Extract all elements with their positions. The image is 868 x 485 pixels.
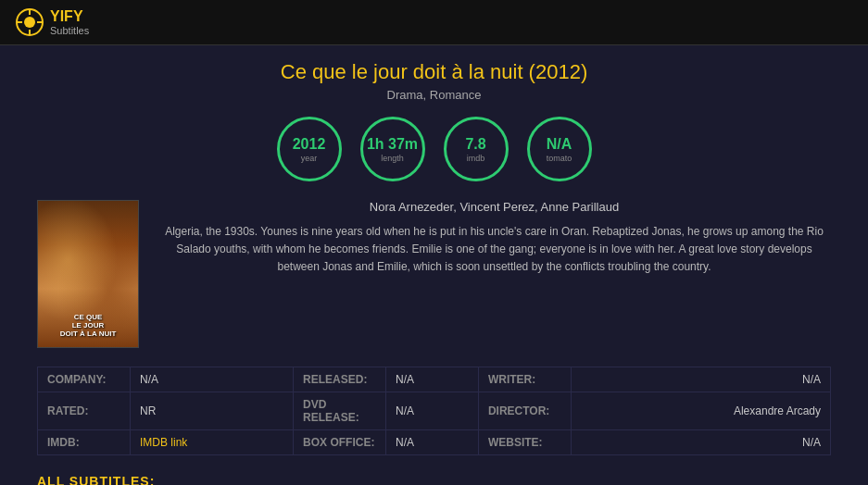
stat-imdb-value: 7.8 [465, 135, 485, 153]
movie-title: Ce que le jour doit à la nuit (2012) [37, 60, 831, 84]
stat-year-label: year [301, 154, 318, 163]
subtitles-header: ALL SUBTITLES: [37, 474, 831, 485]
stat-length-value: 1h 37m [367, 135, 418, 153]
rated-label: RATED: [38, 392, 131, 430]
stat-year-value: 2012 [293, 135, 326, 153]
main-content: Ce que le jour doit à la nuit (2012) Dra… [0, 45, 868, 485]
website-label: WEBSITE: [478, 430, 571, 455]
svg-point-1 [24, 17, 35, 28]
movie-cast: Nora Arnezeder, Vincent Perez, Anne Pari… [157, 200, 831, 214]
stat-tomato: N/A Tomato [527, 117, 592, 181]
company-value: N/A [131, 367, 294, 392]
writer-label: WRITER: [478, 367, 571, 392]
boxoffice-value: N/A [386, 430, 479, 455]
site-logo[interactable]: YIFY Subtitles [15, 7, 89, 37]
stat-tomato-label: Tomato [547, 154, 572, 163]
stats-row: 2012 year 1h 37m length 7.8 IMDB N/A Tom… [37, 117, 831, 181]
meta-row-3: IMDB: IMDB link BOX OFFICE: N/A WEBSITE:… [38, 430, 831, 455]
director-value: Alexandre Arcady [571, 392, 830, 430]
director-label: DIRECTOR: [478, 392, 571, 430]
released-label: RELEASED: [294, 367, 386, 392]
meta-row-2: RATED: NR DVD RELEASE: N/A DIRECTOR: Ale… [38, 392, 831, 430]
stat-imdb-label: IMDB [467, 154, 485, 163]
poster-image: CE QUELE JOURDOIT À LA NUIT [38, 201, 138, 347]
dvd-value: N/A [386, 392, 479, 430]
boxoffice-label: BOX OFFICE: [294, 430, 386, 455]
movie-details: Nora Arnezeder, Vincent Perez, Anne Pari… [157, 200, 831, 348]
film-icon [15, 7, 44, 37]
movie-genres: Drama, Romance [37, 88, 831, 102]
stat-imdb: 7.8 IMDB [444, 117, 509, 181]
writer-value: N/A [571, 367, 830, 392]
stat-length-label: length [381, 154, 404, 163]
rated-value: NR [131, 392, 294, 430]
logo-yify: YIFY [50, 8, 89, 25]
movie-synopsis: Algeria, the 1930s. Younes is nine years… [157, 223, 831, 277]
meta-row-1: COMPANY: N/A RELEASED: N/A WRITER: N/A [38, 367, 831, 392]
imdb-label: IMDB: [38, 430, 131, 455]
site-header: YIFY Subtitles [0, 0, 868, 45]
stat-tomato-value: N/A [547, 135, 572, 153]
metadata-table: COMPANY: N/A RELEASED: N/A WRITER: N/A R… [37, 367, 831, 455]
movie-info-section: CE QUELE JOURDOIT À LA NUIT Nora Arnezed… [37, 200, 831, 348]
movie-poster: CE QUELE JOURDOIT À LA NUIT [37, 200, 139, 348]
poster-title-overlay: CE QUELE JOURDOIT À LA NUIT [60, 313, 117, 338]
website-value: N/A [571, 430, 830, 455]
logo-subtitle: Subtitles [50, 25, 89, 36]
released-value: N/A [386, 367, 479, 392]
logo-text: YIFY Subtitles [50, 8, 89, 36]
imdb-link[interactable]: IMDB link [131, 430, 294, 455]
stat-length: 1h 37m length [360, 117, 425, 181]
stat-year: 2012 year [277, 117, 342, 181]
company-label: COMPANY: [38, 367, 131, 392]
dvd-label: DVD RELEASE: [294, 392, 386, 430]
